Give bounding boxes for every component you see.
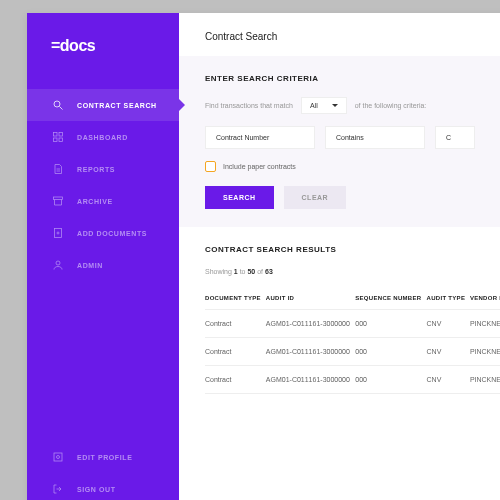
main-content: Contract Search ENTER SEARCH CRITERIA Fi… [179,13,500,500]
sidebar: =docs CONTRACT SEARCH DASHBOARD REPORTS … [27,13,179,500]
chevron-down-icon [332,104,338,107]
sidebar-item-reports[interactable]: REPORTS [27,153,179,185]
nav-main: CONTRACT SEARCH DASHBOARD REPORTS ARCHIV… [27,85,179,441]
match-row: Find transactions that match All of the … [205,97,500,114]
match-prefix: Find transactions that match [205,102,293,109]
sidebar-item-label: EDIT PROFILE [77,454,132,461]
col-seq: SEQUENCE NUMBER [355,287,426,310]
checkbox-label: Include paper contracts [223,163,296,170]
search-button[interactable]: SEARCH [205,186,274,209]
plus-document-icon [51,226,65,240]
match-suffix: of the following criteria: [355,102,427,109]
col-doc-type: DOCUMENT TYPE [205,287,266,310]
col-audit-type: AUDIT TYPE [427,287,470,310]
sidebar-item-label: ADMIN [77,262,103,269]
svg-rect-13 [54,453,62,461]
field-select[interactable]: Contract Number [205,126,315,149]
app-shell: =docs CONTRACT SEARCH DASHBOARD REPORTS … [27,13,500,500]
svg-rect-8 [54,197,63,200]
sidebar-item-label: DASHBOARD [77,134,128,141]
signout-icon [51,482,65,496]
sidebar-item-sign-out[interactable]: SIGN OUT [27,473,179,500]
svg-line-1 [60,107,63,110]
svg-rect-2 [54,133,58,137]
table-row[interactable]: Contract AGM01-C011161-3000000 000 CNV P… [205,338,500,366]
results-panel: CONTRACT SEARCH RESULTS Showing 1 to 50 … [179,227,500,412]
results-meta: Showing 1 to 50 of 63 [205,268,500,275]
svg-rect-3 [59,133,63,137]
settings-icon [51,450,65,464]
svg-rect-5 [59,138,63,142]
operator-select[interactable]: Contains [325,126,425,149]
nav-bottom: EDIT PROFILE SIGN OUT [27,441,179,500]
svg-rect-4 [54,138,58,142]
table-header-row: DOCUMENT TYPE AUDIT ID SEQUENCE NUMBER A… [205,287,500,310]
sidebar-item-admin[interactable]: ADMIN [27,249,179,281]
sidebar-item-label: SIGN OUT [77,486,116,493]
criteria-title: ENTER SEARCH CRITERIA [205,74,500,83]
sidebar-item-add-documents[interactable]: ADD DOCUMENTS [27,217,179,249]
user-icon [51,258,65,272]
clear-button[interactable]: CLEAR [284,186,347,209]
value-input[interactable]: C [435,126,475,149]
sidebar-item-dashboard[interactable]: DASHBOARD [27,121,179,153]
svg-point-14 [57,456,60,459]
sidebar-item-archive[interactable]: ARCHIVE [27,185,179,217]
sidebar-item-contract-search[interactable]: CONTRACT SEARCH [27,89,179,121]
match-value: All [310,102,318,109]
svg-point-12 [56,261,60,265]
results-table: DOCUMENT TYPE AUDIT ID SEQUENCE NUMBER A… [205,287,500,394]
include-paper-checkbox[interactable]: Include paper contracts [205,161,500,172]
value-text: C [446,134,451,141]
document-icon [51,162,65,176]
grid-icon [51,130,65,144]
operator-value: Contains [336,134,364,141]
results-title: CONTRACT SEARCH RESULTS [205,245,500,254]
checkbox-icon [205,161,216,172]
col-vendor: VENDOR NAME [470,287,500,310]
filter-row: Contract Number Contains C [205,126,500,149]
page-title: Contract Search [179,13,500,56]
criteria-buttons: SEARCH CLEAR [205,186,500,209]
sidebar-item-label: ADD DOCUMENTS [77,230,147,237]
search-icon [51,98,65,112]
col-audit-id: AUDIT ID [266,287,355,310]
table-row[interactable]: Contract AGM01-C011161-3000000 000 CNV P… [205,366,500,394]
table-row[interactable]: Contract AGM01-C011161-3000000 000 CNV P… [205,310,500,338]
logo: =docs [27,13,179,85]
sidebar-item-label: CONTRACT SEARCH [77,102,157,109]
sidebar-item-label: REPORTS [77,166,115,173]
search-criteria-panel: ENTER SEARCH CRITERIA Find transactions … [179,56,500,227]
svg-point-0 [54,101,60,107]
sidebar-item-edit-profile[interactable]: EDIT PROFILE [27,441,179,473]
match-select[interactable]: All [301,97,347,114]
sidebar-item-label: ARCHIVE [77,198,113,205]
logo-text: =docs [51,37,95,54]
archive-icon [51,194,65,208]
field-value: Contract Number [216,134,269,141]
